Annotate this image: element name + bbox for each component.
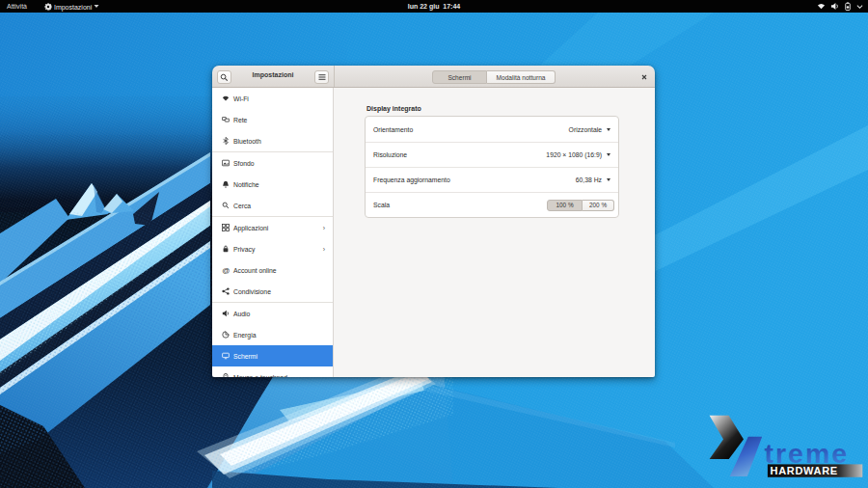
svg-text:@: @ [222, 266, 230, 274]
svg-text:HARDWARE: HARDWARE [771, 465, 838, 476]
